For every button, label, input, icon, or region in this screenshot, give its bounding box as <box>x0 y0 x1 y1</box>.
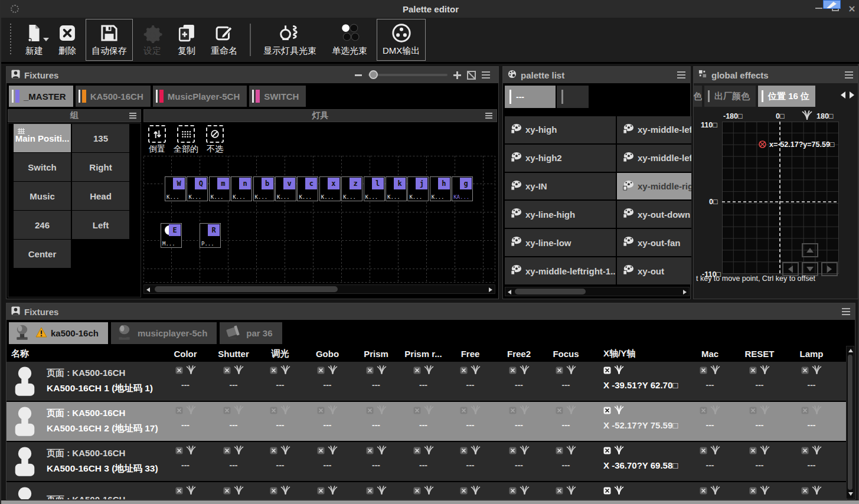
scroll-up-icon[interactable] <box>848 349 853 352</box>
clear-channel-icon[interactable] <box>413 366 421 377</box>
channel-cell[interactable]: --- <box>446 362 494 401</box>
channel-cell[interactable]: --- <box>544 442 588 481</box>
fixture-page-tab[interactable]: MusicPlayer-5CH <box>153 86 247 107</box>
clear-channel-icon[interactable] <box>509 446 517 457</box>
clear-channel-icon[interactable] <box>413 446 421 457</box>
channel-cell[interactable]: --- <box>161 402 210 441</box>
clear-channel-icon[interactable] <box>749 406 757 417</box>
channel-cell[interactable]: --- <box>734 402 785 441</box>
xy-value-cell[interactable]: X -52.17?Y 75.59□ <box>588 402 685 441</box>
expand-icon[interactable] <box>467 71 476 80</box>
clear-channel-icon[interactable] <box>460 366 468 377</box>
channel-cell[interactable]: --- <box>544 402 588 441</box>
channel-cell[interactable]: --- <box>685 442 734 481</box>
clear-channel-icon[interactable] <box>317 446 325 457</box>
channel-cell[interactable]: --- <box>257 402 303 441</box>
clear-channel-icon[interactable] <box>270 406 277 417</box>
clear-channel-icon[interactable] <box>603 486 611 497</box>
select-none-button[interactable]: 不选 <box>206 125 224 155</box>
group-button[interactable]: Main Positi... <box>14 124 71 152</box>
clear-channel-icon[interactable] <box>556 486 563 497</box>
group-button[interactable]: 246 <box>14 211 71 239</box>
channel-cell[interactable]: --- <box>446 442 494 481</box>
fixture-tile[interactable]: EM... <box>161 223 182 248</box>
dmx-output-button[interactable]: DMX输出 <box>377 19 426 61</box>
clear-channel-icon[interactable] <box>270 366 277 377</box>
scroll-down-icon[interactable] <box>848 492 853 496</box>
scroll-right-icon[interactable] <box>683 290 687 294</box>
channel-cell[interactable]: --- <box>257 442 303 481</box>
clear-channel-icon[interactable] <box>700 366 707 377</box>
clear-channel-icon[interactable] <box>223 366 231 377</box>
channel-cell[interactable]: --- <box>734 442 785 481</box>
palette-item[interactable]: xy-middle-leftr <box>617 145 691 172</box>
channel-cell[interactable]: --- <box>161 362 210 401</box>
palette-item[interactable]: xy-high2 <box>505 145 616 172</box>
channel-cell[interactable]: --- <box>685 402 734 441</box>
scroll-left-icon[interactable] <box>146 287 150 292</box>
channel-cell[interactable]: --- <box>161 442 210 481</box>
channel-cell[interactable] <box>210 482 257 499</box>
rename-button[interactable]: 重命名 <box>205 19 243 61</box>
clear-channel-icon[interactable] <box>223 406 231 417</box>
clear-channel-icon[interactable] <box>413 486 421 497</box>
fixture-tile[interactable]: WK... <box>165 176 186 201</box>
clear-channel-icon[interactable] <box>175 366 183 377</box>
clear-channel-icon[interactable] <box>749 366 757 377</box>
tab-scroll-left-icon[interactable] <box>841 91 845 99</box>
fixture-tile[interactable]: zK... <box>341 176 362 201</box>
palette-item[interactable]: xy-line-high <box>505 201 616 228</box>
clear-channel-icon[interactable] <box>603 366 611 377</box>
table-row[interactable]: 页面 : KA500-16CHKA500-16CH 2 (地址码 17)----… <box>6 402 847 441</box>
clear-channel-icon[interactable] <box>556 446 563 457</box>
xy-value-cell[interactable] <box>588 482 685 499</box>
group-menu-icon[interactable] <box>129 113 136 119</box>
tab-scroll-right-icon[interactable] <box>850 91 854 99</box>
delete-button[interactable]: 删除 <box>53 19 82 61</box>
group-button[interactable]: Switch <box>14 153 71 181</box>
fixture-grid-hscrollbar[interactable] <box>143 284 495 294</box>
clear-channel-icon[interactable] <box>366 446 374 457</box>
clear-channel-icon[interactable] <box>749 446 757 457</box>
palette-hscrollbar[interactable] <box>505 287 690 296</box>
clear-channel-icon[interactable] <box>317 486 325 497</box>
channel-cell[interactable]: --- <box>352 362 400 401</box>
clear-channel-icon[interactable] <box>556 366 563 377</box>
channel-cell[interactable]: --- <box>303 442 352 481</box>
channel-cell[interactable]: --- <box>446 402 494 441</box>
fixture-tile[interactable]: cK... <box>297 176 318 201</box>
single-beam-button[interactable]: 单选光束 <box>326 19 373 61</box>
scrollbar-thumb[interactable] <box>848 355 853 490</box>
channel-cell[interactable] <box>734 482 785 499</box>
palette-menu-icon[interactable] <box>677 71 685 78</box>
table-menu-icon[interactable] <box>842 308 850 315</box>
group-button[interactable]: Right <box>72 153 129 181</box>
xy-value-cell[interactable]: X -36.70?Y 69.58□ <box>588 442 685 481</box>
palette-item[interactable]: xy-middle-righ <box>617 173 691 200</box>
fixture-tile[interactable]: nK... <box>231 176 252 201</box>
channel-cell[interactable]: --- <box>257 362 303 401</box>
channel-cell[interactable] <box>544 482 588 499</box>
channel-cell[interactable]: --- <box>734 362 785 401</box>
channel-cell[interactable]: --- <box>352 402 400 441</box>
nudge-up-button[interactable] <box>802 243 818 257</box>
effects-tab[interactable]: 位置 16 位 <box>758 86 815 107</box>
clear-channel-icon[interactable] <box>801 486 809 497</box>
clear-channel-icon[interactable] <box>749 486 757 497</box>
table-row[interactable]: 页面 : KA500-16CH <box>6 482 847 499</box>
clear-channel-icon[interactable] <box>460 406 468 417</box>
clear-channel-icon[interactable] <box>801 406 809 417</box>
palette-item[interactable]: xy-middle-leftr <box>617 116 691 143</box>
clear-channel-icon[interactable] <box>509 366 517 377</box>
clear-channel-icon[interactable] <box>317 406 325 417</box>
fixture-page-tab[interactable]: _MASTER <box>9 86 73 107</box>
channel-cell[interactable]: --- <box>494 362 544 401</box>
clear-channel-icon[interactable] <box>700 486 707 497</box>
channel-cell[interactable]: --- <box>210 442 257 481</box>
channel-cell[interactable]: --- <box>210 402 257 441</box>
channel-cell[interactable] <box>352 482 400 499</box>
fixture-type-tab[interactable]: par 36 <box>220 322 282 344</box>
channel-cell[interactable] <box>400 482 446 499</box>
palette-tab[interactable]: --- <box>505 86 556 108</box>
channel-cell[interactable]: --- <box>785 362 838 401</box>
